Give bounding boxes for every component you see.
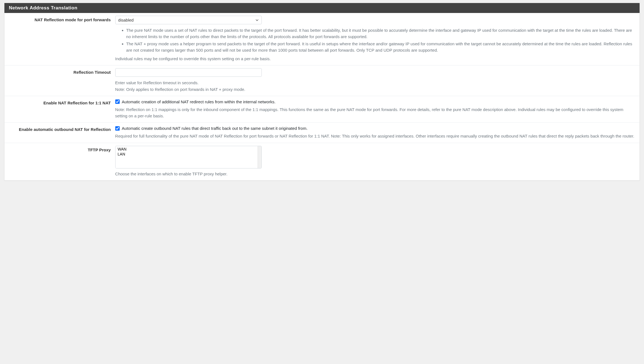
checkbox-label-nat-11: Automatic creation of additional NAT red… bbox=[122, 99, 276, 104]
checkbox-row-auto-outbound: Automatic create outbound NAT rules that… bbox=[115, 126, 636, 131]
option-wan[interactable]: WAN bbox=[117, 147, 256, 152]
input-reflection-timeout[interactable] bbox=[115, 68, 262, 77]
control-tftp-proxy: WAN LAN Choose the interfaces on which t… bbox=[115, 146, 636, 177]
control-reflection-timeout: Enter value for Reflection timeout in se… bbox=[115, 68, 636, 93]
option-lan[interactable]: LAN bbox=[117, 152, 256, 157]
label-tftp-proxy: TFTP Proxy bbox=[8, 146, 115, 177]
row-enable-nat-11: Enable NAT Reflection for 1:1 NAT Automa… bbox=[4, 96, 640, 123]
label-enable-auto-outbound: Enable automatic outbound NAT for Reflec… bbox=[8, 125, 115, 139]
control-nat-reflection-mode: disabled The pure NAT mode uses a set of… bbox=[115, 16, 636, 62]
multiselect-tftp-proxy[interactable]: WAN LAN bbox=[116, 146, 258, 168]
checkbox-enable-auto-outbound[interactable] bbox=[115, 126, 120, 131]
help-tftp-proxy: Choose the interfaces on which to enable… bbox=[115, 171, 636, 177]
help-footer-nat-mode: Individual rules may be configured to ov… bbox=[115, 56, 636, 62]
label-reflection-timeout: Reflection Timeout bbox=[8, 68, 115, 93]
control-enable-nat-11: Automatic creation of additional NAT red… bbox=[115, 99, 636, 119]
checkbox-label-auto-outbound: Automatic create outbound NAT rules that… bbox=[122, 126, 308, 131]
select-nat-reflection-mode[interactable]: disabled bbox=[115, 16, 262, 24]
checkbox-enable-nat-11[interactable] bbox=[115, 99, 120, 104]
help-enable-auto-outbound: Required for full functionality of the p… bbox=[115, 133, 636, 139]
help-reflection-timeout: Enter value for Reflection timeout in se… bbox=[115, 80, 636, 93]
multiselect-wrap-tftp: WAN LAN bbox=[115, 146, 262, 168]
row-enable-auto-outbound: Enable automatic outbound NAT for Reflec… bbox=[4, 123, 640, 143]
row-nat-reflection-mode: NAT Reflection mode for port forwards di… bbox=[4, 13, 640, 65]
help-list-nat-mode: The pure NAT mode uses a set of NAT rule… bbox=[115, 27, 636, 53]
help-reflection-timeout-line2: Note: Only applies to Reflection on port… bbox=[115, 87, 245, 92]
help-bullet-natproxy: The NAT + proxy mode uses a helper progr… bbox=[126, 41, 636, 54]
help-enable-nat-11: Note: Reflection on 1:1 mappings is only… bbox=[115, 106, 636, 119]
checkbox-row-nat-11: Automatic creation of additional NAT red… bbox=[115, 99, 636, 104]
label-nat-reflection-mode: NAT Reflection mode for port forwards bbox=[8, 16, 115, 62]
panel-title: Network Address Translation bbox=[4, 3, 640, 13]
row-tftp-proxy: TFTP Proxy WAN LAN Choose the interfaces… bbox=[4, 143, 640, 180]
row-reflection-timeout: Reflection Timeout Enter value for Refle… bbox=[4, 65, 640, 96]
label-enable-nat-11: Enable NAT Reflection for 1:1 NAT bbox=[8, 99, 115, 119]
help-bullet-purenat: The pure NAT mode uses a set of NAT rule… bbox=[126, 27, 636, 40]
control-enable-auto-outbound: Automatic create outbound NAT rules that… bbox=[115, 125, 636, 139]
help-reflection-timeout-line1: Enter value for Reflection timeout in se… bbox=[115, 80, 199, 85]
nat-panel: Network Address Translation NAT Reflecti… bbox=[4, 3, 640, 181]
scrollbar-track[interactable] bbox=[258, 146, 261, 168]
